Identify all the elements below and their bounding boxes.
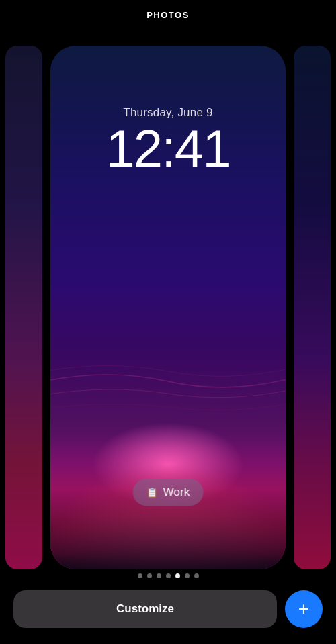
lock-date: Thursday, June 9 [50,106,286,120]
page-dots [0,573,336,578]
focus-badge: 📋 Work [133,479,204,506]
focus-badge-label: Work [163,486,190,499]
bottom-bar: Customize + [13,590,323,628]
page-dot-6[interactable] [194,573,199,578]
header-title: PHOTOS [146,10,190,20]
plus-icon: + [298,600,309,618]
phone-screen: Thursday, June 9 12:41 📋 Work [50,46,286,569]
lock-content: Thursday, June 9 12:41 [50,106,286,175]
page-dot-2[interactable] [157,573,161,578]
page-dot-3[interactable] [166,573,171,578]
wave-lines [50,314,286,449]
page-dot-0[interactable] [138,573,142,578]
page-dot-1[interactable] [147,573,152,578]
header: PHOTOS [0,0,336,30]
lock-time: 12:41 [50,122,286,175]
customize-button[interactable]: Customize [13,590,277,628]
page-dot-5[interactable] [185,573,190,578]
customize-label: Customize [116,602,174,616]
side-wallpaper-right [294,46,331,569]
focus-badge-icon: 📋 [146,487,158,498]
side-wallpaper-left [5,46,42,569]
add-button[interactable]: + [285,590,323,628]
page-dot-4-active[interactable] [175,573,180,578]
